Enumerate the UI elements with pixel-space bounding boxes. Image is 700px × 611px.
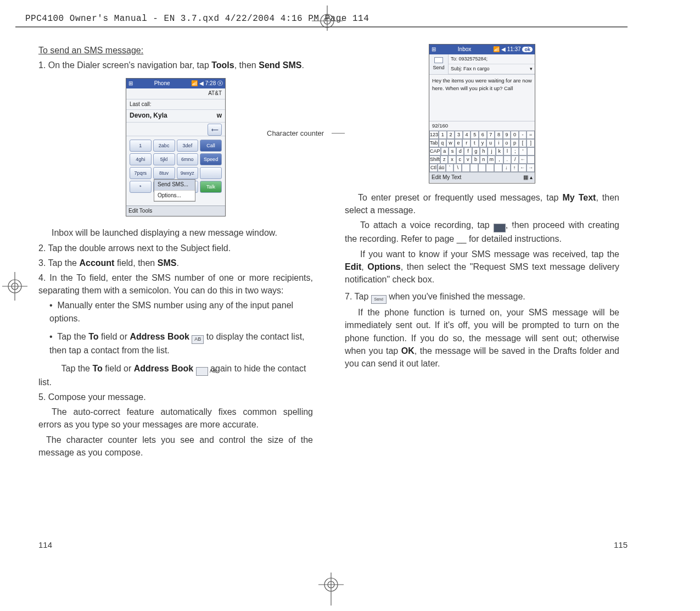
- phone-title: Phone: [154, 80, 170, 88]
- kb-key: ←: [519, 155, 527, 164]
- kb-key: Ctl: [429, 164, 438, 172]
- step1-end: .: [301, 60, 304, 70]
- kb-key: r: [462, 139, 471, 147]
- kb-key: ,: [495, 155, 503, 164]
- kb-key: [527, 155, 535, 164]
- ok-word: OK: [401, 346, 415, 356]
- address-book-word: Address Book: [130, 332, 189, 341]
- dialpad-key: 2abc: [153, 140, 175, 152]
- mytext-para: To enter preset or frequently used messa…: [345, 191, 619, 216]
- record-icon: ▣: [494, 224, 506, 232]
- charcounter-para: The character counter lets you see and c…: [38, 434, 313, 459]
- chevron-icon: ▾: [530, 65, 533, 73]
- kb-key: k: [496, 147, 503, 155]
- kb-key: x: [448, 155, 456, 164]
- bottom-register-mark: [318, 573, 344, 606]
- phone-footer: Edit Tools: [126, 205, 225, 216]
- kb-key: ': [519, 147, 527, 155]
- step1-pre: 1. On the Dialer screen's navigation bar…: [38, 60, 211, 70]
- kb-key: w: [446, 139, 455, 147]
- edit-word: Edit: [345, 262, 361, 271]
- address-book-icon: AB: [192, 335, 204, 344]
- kb-key: ←: [518, 164, 527, 172]
- tools-word: Tools: [211, 60, 234, 70]
- inbox-footer: Edit My Text ▦ ▴: [429, 172, 535, 182]
- backspace-icon: ⟵: [208, 124, 222, 136]
- kb-key: CAP: [429, 147, 441, 155]
- kb-key: 123: [429, 131, 439, 139]
- talk-key: Talk: [200, 181, 222, 193]
- mytext-pre: To enter preset or frequently used messa…: [358, 193, 563, 202]
- address-book-icon: AB: [196, 367, 208, 376]
- kb-key: u: [486, 139, 495, 147]
- send-button: Send: [429, 54, 449, 74]
- kb-key: b: [472, 155, 479, 164]
- inbox-screenshot: ⊞ Inbox 📶 ◀ 11:37 ok Send To: 0932575284…: [429, 44, 535, 184]
- win-flag-icon: ⊞: [432, 46, 436, 54]
- kb-key: Tab: [429, 139, 439, 147]
- dialpad-key: 9wxyz: [177, 167, 199, 179]
- dialpad-key: 6mno: [177, 153, 199, 165]
- kb-key: /: [511, 155, 519, 164]
- ok-button: ok: [522, 47, 533, 52]
- kb-key: v: [464, 155, 472, 164]
- subj-field: Subj: Fax n cargo▾: [449, 64, 535, 74]
- send-label: Send: [429, 64, 448, 71]
- step3-mid: field, then: [114, 258, 157, 268]
- page-number-left: 114: [38, 540, 52, 549]
- dialer-screenshot: ⊞ Phone 📶 ◀ 7:28 ⓧ AT&T Last call: Devon…: [126, 78, 226, 216]
- step7-post: when you've finished the message.: [387, 292, 525, 301]
- account-word: Account: [79, 258, 114, 268]
- envelope-icon: [434, 57, 443, 63]
- step-4: 4. In the To field, enter the SMS number…: [38, 271, 313, 297]
- page-number-right: 115: [614, 540, 628, 549]
- send-icon: Send: [371, 295, 387, 304]
- phone-titlebar: ⊞ Phone 📶 ◀ 7:28 ⓧ: [126, 79, 225, 88]
- dialpad-key: 1: [130, 140, 152, 152]
- kb-key: 6: [479, 131, 487, 139]
- kb-key: h: [480, 147, 488, 155]
- kb-key: ]: [527, 139, 535, 147]
- right-column: Character counter ⊞ Inbox 📶 ◀ 11:37 ok S…: [345, 44, 619, 461]
- step3-end: .: [176, 258, 178, 268]
- kb-key: o: [503, 139, 511, 147]
- kb-key: 7: [487, 131, 495, 139]
- kb-key: ↓: [502, 164, 511, 172]
- voice-pre: To attach a voice recording, tap: [360, 220, 494, 230]
- kb-key: l: [503, 147, 511, 155]
- kb-key: 1: [439, 131, 447, 139]
- callout-line: [332, 133, 345, 134]
- inbox-time-group: 📶 ◀ 11:37 ok: [493, 46, 533, 54]
- kb-key: j: [488, 147, 495, 155]
- tools-menu: Send SMS... Options...: [154, 179, 195, 202]
- soft-keyboard: 1231234567890-= Tabqwertyuiop[] CAPasdfg…: [429, 131, 535, 172]
- menu-options: Options...: [154, 191, 195, 202]
- hide-pre: Tap the: [61, 364, 93, 373]
- dialpad-key: *: [130, 181, 152, 193]
- body-columns: To send an SMS message: 1. On the Dialer…: [38, 44, 624, 461]
- kb-key: z: [440, 155, 448, 164]
- signal-icon: w: [217, 111, 222, 120]
- kb-key: 9: [503, 131, 511, 139]
- kb-key: n: [480, 155, 488, 164]
- field-stack: To: 0932575284; Subj: Fax n cargo▾: [449, 54, 535, 74]
- left-register-mark: [2, 272, 27, 301]
- char-counter-callout: Character counter: [267, 129, 324, 139]
- kb-key: 3: [455, 131, 463, 139]
- kb-key: m: [488, 155, 495, 164]
- sms-word: SMS: [158, 258, 177, 268]
- inbox-footer-left: Edit My Text: [432, 173, 461, 182]
- kb-key: -: [519, 131, 527, 139]
- step1-mid: , then: [234, 60, 259, 70]
- kb-key: [478, 164, 486, 172]
- kb-key: 8: [495, 131, 503, 139]
- send-sms-word: Send SMS: [259, 60, 301, 70]
- to-field: To: 0932575284;: [449, 54, 535, 64]
- last-call-name: Devon, Kyla: [130, 111, 167, 120]
- kb-key: Shift: [429, 155, 440, 164]
- inbox-titlebar: ⊞ Inbox 📶 ◀ 11:37 ok: [429, 45, 535, 54]
- section-heading: To send an SMS message:: [38, 44, 313, 57]
- to-word2: To: [92, 364, 102, 373]
- kb-key: a: [441, 147, 449, 155]
- step-5: 5. Compose your message.: [38, 391, 313, 403]
